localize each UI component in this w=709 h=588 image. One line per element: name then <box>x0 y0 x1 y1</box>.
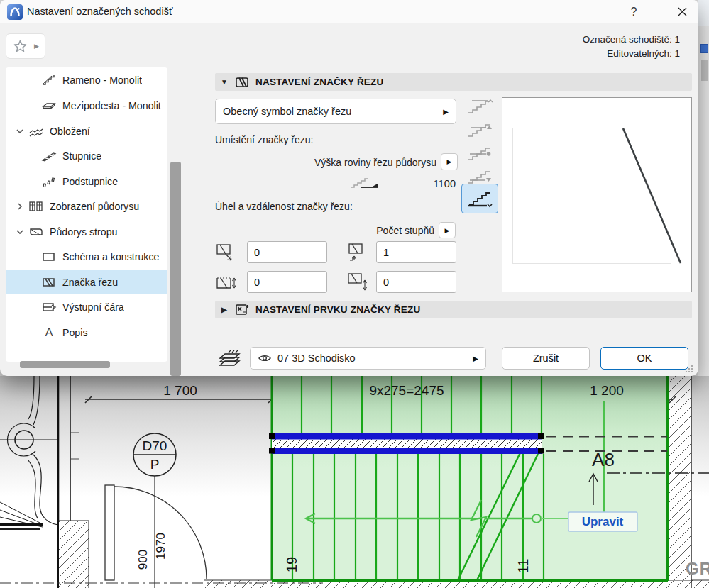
flyout-arrow-icon: ▶ <box>473 355 478 362</box>
door-dim-width: 900 <box>136 550 150 570</box>
cut-lower-icon <box>466 168 493 185</box>
close-button[interactable] <box>667 0 697 23</box>
label-a-icon: A <box>41 325 57 340</box>
step-count-label: Počet stupňů <box>312 225 434 236</box>
tree-item-label: Půdorys stropu <box>50 226 117 238</box>
distance-above-icon <box>215 272 238 292</box>
selection-summary: Označená schodiště: 1 Editovatelných: 1 <box>583 33 680 61</box>
stair-highlight <box>272 376 668 581</box>
tree-item-label: Mezipodesta - Monolit <box>62 100 161 111</box>
height-value[interactable]: 1100 <box>383 178 456 189</box>
tree-horizontal-scrollbar[interactable] <box>20 361 110 368</box>
tree-item-label: Rameno - Monolit <box>62 74 142 86</box>
tree-item-label: Výstupní čára <box>62 301 124 313</box>
step-count-input[interactable] <box>376 241 456 263</box>
cut-placement-option-middle[interactable] <box>463 143 496 163</box>
tree-item-label: Zobrazení půdorysu <box>50 201 139 212</box>
watermark: GR <box>686 559 709 578</box>
tree-item-stupnice[interactable]: Stupnice <box>6 143 167 168</box>
help-button[interactable]: ? <box>619 0 649 23</box>
cut-mark-symbol-dropdown[interactable]: Obecný symbol značky řezu ▶ <box>215 99 456 124</box>
element-section-icon <box>235 303 249 317</box>
resize-grip-icon[interactable] <box>684 364 694 374</box>
angle-distance-label: Úhel a vzdálenost značky řezu: <box>215 201 353 212</box>
distance-above-input[interactable] <box>247 271 327 293</box>
close-icon <box>678 7 687 16</box>
door-marker-bottom: P <box>150 457 160 472</box>
tree-item-label: Schéma a konstrukce <box>62 251 159 262</box>
treads-icon <box>41 148 57 164</box>
archicad-logo-icon <box>7 4 23 20</box>
cut-placement-option-bottom-selected[interactable] <box>461 184 498 213</box>
chevron-down-icon <box>14 126 26 137</box>
cut-middle-icon <box>466 145 493 162</box>
cut-mark-section-header[interactable]: ▼ NASTAVENÍ ZNAČKY ŘEZU <box>215 73 692 91</box>
section-title: NASTAVENÍ ZNAČKY ŘEZU <box>255 77 383 87</box>
background-scrollbar-thumb[interactable] <box>701 60 708 81</box>
stair-cut-plane-icon <box>349 176 379 192</box>
ceiling-plan-icon <box>28 224 44 240</box>
distance-below-icon <box>346 272 369 292</box>
chevron-right-icon <box>14 201 26 212</box>
tree-item-popis[interactable]: A Popis <box>6 320 167 345</box>
cut-placement-option-top[interactable] <box>463 96 496 116</box>
dialog-title: Nastavení označených schodišť <box>27 6 172 17</box>
cut-mark-preview <box>502 97 692 292</box>
cut-angle-icon <box>215 243 236 262</box>
scheme-rect-icon <box>41 249 57 265</box>
step-count-flyout-button[interactable]: ▶ <box>439 222 456 238</box>
dialog-titlebar[interactable]: Nastavení označených schodišť ? <box>0 0 698 23</box>
stair-settings-dialog: Nastavení označených schodišť ? ▶ Označe… <box>0 0 698 376</box>
cladding-icon <box>28 123 44 139</box>
background-app-button <box>700 44 708 53</box>
settings-tree: Rameno - Monolit Mezipodesta - Monolit O… <box>6 67 167 362</box>
door-marker-top: D70 <box>143 438 167 453</box>
editable-count: Editovatelných: 1 <box>583 47 680 61</box>
height-plane-label: Výška roviny řezu půdorysu <box>215 157 436 168</box>
tree-item-mezipodesta[interactable]: Mezipodesta - Monolit <box>6 93 167 118</box>
element-section-header[interactable]: ▶ NASTAVENÍ PRVKU ZNAČKY ŘEZU <box>215 301 692 318</box>
risers-icon <box>41 174 57 189</box>
tree-item-label: Popis <box>62 327 88 338</box>
tree-item-zobrazeni-pudorysu[interactable]: Zobrazení půdorysu <box>6 194 167 218</box>
eye-icon <box>258 353 272 363</box>
layer-dropdown[interactable]: 07 3D Schodisko ▶ <box>250 347 486 370</box>
tree-item-pudorys-stropu[interactable]: Půdorys stropu <box>6 219 167 244</box>
chevron-down-icon <box>14 226 26 238</box>
favorites-button[interactable]: ▶ <box>6 33 45 59</box>
tree-item-oblozeni[interactable]: Obložení <box>6 118 167 143</box>
exit-line-icon <box>41 299 57 315</box>
favorites-flyout-icon: ▶ <box>34 43 39 50</box>
placement-label: Umístění značky řezu: <box>215 134 314 145</box>
tree-vertical-scrollbar[interactable] <box>170 162 181 376</box>
tree-item-label: Obložení <box>50 126 90 137</box>
background-app-strip <box>698 0 709 376</box>
plan-display-icon <box>28 199 44 214</box>
tree-item-rameno[interactable]: Rameno - Monolit <box>6 67 167 92</box>
tree-item-label: Podstupnice <box>62 176 118 187</box>
selected-count: Označená schodiště: 1 <box>583 33 680 47</box>
cut-angle-input[interactable] <box>247 241 327 263</box>
door-dim-height: 1970 <box>154 533 167 560</box>
ok-button[interactable]: OK <box>600 347 688 370</box>
cut-mark-icon <box>41 274 57 290</box>
right-wall <box>668 376 691 588</box>
tree-item-podstupnice[interactable]: Podstupnice <box>6 169 167 194</box>
cut-upper-icon <box>466 121 493 138</box>
cancel-button[interactable]: Zrušit <box>502 347 590 370</box>
collapse-triangle-icon: ▼ <box>215 78 233 86</box>
distance-below-input[interactable] <box>376 271 456 293</box>
floor-plan-canvas: 1 700 D70 P 900 1970 <box>0 376 709 588</box>
height-plane-flyout-button[interactable]: ▶ <box>441 153 458 170</box>
edit-button[interactable]: Upravit <box>568 512 637 531</box>
svg-text:A: A <box>45 326 53 338</box>
dim-text-right: 1 200 <box>590 383 624 398</box>
cut-mark-symbol-value: Obecný symbol značky řezu <box>223 106 351 117</box>
tree-item-vystupni-cara[interactable]: Výstupní čára <box>6 294 167 319</box>
step-count-icon <box>346 243 368 262</box>
tree-item-schema[interactable]: Schéma a konstrukce <box>6 244 167 269</box>
expand-triangle-icon: ▶ <box>215 306 233 314</box>
cut-placement-option-upper[interactable] <box>463 120 496 140</box>
tree-item-znacka-rezu[interactable]: Značka řezu <box>6 270 167 294</box>
selected-cut-mark[interactable] <box>269 433 544 454</box>
